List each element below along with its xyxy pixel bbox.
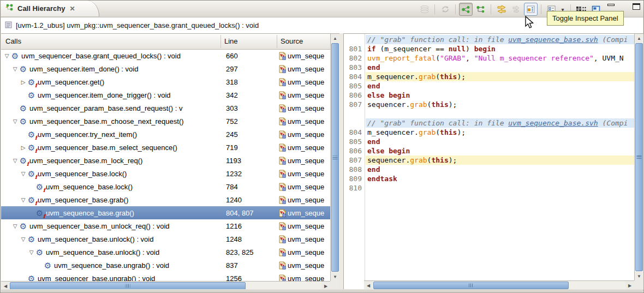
expander-closed-icon[interactable]: ▷ [20, 145, 27, 151]
tree-row[interactable]: ⚙uvm_sequence_base.ungrab() : void837uvm… [1, 259, 330, 272]
source-cell: uvm_seque [279, 180, 330, 193]
code-line[interactable]: 806else begin [344, 91, 634, 100]
source-file-link[interactable]: uvm_sequence_base.svh [508, 119, 598, 127]
calls-cell: ⚙fuvm_sequencer.try_next_item() [1, 128, 220, 141]
source-file-label: uvm_seque [288, 91, 324, 99]
code-line[interactable]: 808end [344, 165, 634, 174]
tree-hscroll-thumb[interactable] [10, 282, 246, 290]
column-divider[interactable] [220, 35, 221, 48]
code-line[interactable]: 806else begin [344, 146, 634, 156]
tree-row[interactable]: ▽⚙fuvm_sequencer_base.lock()1232uvm_sequ… [1, 167, 330, 180]
scroll-up-icon[interactable]: ▲ [331, 34, 339, 43]
expander-open-icon[interactable]: ▽ [28, 249, 35, 255]
code-vscroll-thumb[interactable] [635, 43, 643, 271]
inspect-panel-icon[interactable] [524, 3, 538, 16]
tree-row-selected[interactable]: ⚙fuvm_sequence_base.grab()804, 807uvm_se… [1, 206, 330, 219]
expander-open-icon[interactable]: ▽ [11, 223, 19, 229]
column-calls[interactable]: Calls [5, 37, 21, 45]
tree-vertical-scrollbar[interactable]: ▲ ▼ [330, 34, 339, 281]
code-line[interactable]: 801if (m_sequencer == null) begin [344, 44, 634, 53]
tree-row[interactable]: ▽⚙fuvm_sequencer_base.grab()1240uvm_sequ… [1, 193, 330, 206]
expander-closed-icon[interactable]: ▷ [20, 79, 27, 85]
method-gear-icon: ⚙f [19, 157, 28, 165]
method-gear-icon: ⚙ [19, 117, 28, 125]
panel-splitter[interactable] [339, 33, 343, 290]
code-section-header[interactable]: // "grab" function call: in file uvm_seq… [344, 118, 634, 128]
column-divider[interactable] [277, 35, 277, 48]
tree-row[interactable]: ▽⚙uvm_sequencer_base.m_choose_next_reque… [1, 115, 330, 128]
code-text [366, 109, 634, 118]
line-cell: 342 [226, 88, 276, 101]
tree-row[interactable]: ▽⚙uvm_sequencer_base.unlock() : void1248… [1, 232, 330, 246]
code-line[interactable]: 803end [344, 63, 634, 72]
code-section-header[interactable]: // "grab" function call: in file uvm_seq… [344, 35, 634, 44]
code-line[interactable]: 809endtask [344, 174, 634, 183]
code-line-highlighted[interactable]: 807sequencer.grab(this); [344, 156, 634, 165]
tree-row[interactable]: ▽⚙uvm_sequencer_base.m_unlock_req() : vo… [1, 219, 330, 232]
caller-hierarchy-icon[interactable] [459, 3, 473, 16]
tree-row[interactable]: ▽⚙uvm_sequencer.item_done() : void297uvm… [1, 62, 330, 75]
code-vertical-scrollbar[interactable]: ▲ ▼ [634, 34, 643, 280]
maximize-icon[interactable] [633, 3, 640, 10]
stack-icon[interactable] [418, 3, 431, 16]
tree-row[interactable]: ⚙fuvm_sequencer.try_next_item()245uvm_se… [1, 128, 330, 141]
expander-open-icon[interactable]: ▽ [20, 197, 27, 203]
scroll-down-icon[interactable]: ▼ [635, 272, 643, 280]
code-line-highlighted[interactable]: 804m_sequencer.grab(this); [344, 72, 634, 81]
method-gear-icon: ⚙ [19, 104, 28, 112]
source-file-link[interactable]: uvm_sequence_base.svh [508, 35, 598, 44]
tree-row[interactable]: ▽⚙uvm_sequencer_base.grant_queued_locks(… [1, 49, 330, 62]
tree-vscroll-thumb[interactable] [331, 43, 339, 272]
tree-row[interactable]: ▽⚙fuvm_sequencer_base.m_lock_req()1193uv… [1, 154, 330, 167]
expander-open-icon[interactable]: ▽ [11, 118, 19, 124]
source-file-label: uvm_seque [288, 52, 324, 60]
sv-file-icon [279, 209, 286, 217]
tree-row[interactable]: ▽⚙uvm_sequence_base.unlock() : void823, … [1, 246, 330, 259]
expander-open-icon[interactable]: ▽ [3, 53, 10, 59]
call-label: uvm_sequencer_base.unlock() : void [38, 235, 153, 243]
callee-hierarchy-icon[interactable] [474, 3, 487, 16]
refresh-icon[interactable] [438, 3, 452, 16]
line-number: 801 [344, 44, 362, 53]
double-arrow-icon[interactable] [509, 3, 523, 16]
source-file-label: uvm_seque [288, 78, 324, 86]
sv-file-icon [279, 130, 286, 139]
tree-row[interactable]: ⚙uvm_sequencer_base.ungrab() : void1256u… [1, 272, 330, 281]
tree-row[interactable]: ⚙fuvm_sequence_base.lock()784uvm_seque [1, 180, 330, 193]
line-number: 809 [344, 174, 362, 183]
code-line[interactable]: 807sequencer.grab(this); [344, 100, 634, 109]
tree-row[interactable]: ▷⚙fuvm_sequencer.get()318uvm_seque [1, 75, 330, 88]
close-icon[interactable]: ✕ [69, 5, 75, 13]
tree-row[interactable]: ▷⚙fuvm_sequencer_base.m_select_sequence(… [1, 141, 330, 154]
swap-arrows-icon[interactable] [494, 3, 508, 16]
column-line[interactable]: Line [224, 37, 238, 45]
code-hscroll-thumb[interactable] [373, 282, 569, 289]
line-number: 804 [344, 72, 362, 81]
code-line[interactable]: 805end [344, 81, 634, 91]
expander-open-icon[interactable]: ▽ [11, 158, 19, 164]
scroll-down-icon[interactable]: ▼ [331, 272, 339, 281]
scroll-right-icon[interactable]: ▶ [625, 281, 634, 290]
code-horizontal-scrollbar[interactable]: ◀ ▶ [364, 280, 634, 290]
expander-open-icon[interactable]: ▽ [11, 66, 19, 72]
tree-row[interactable]: ⚙uvm_sequencer_param_base.send_request()… [1, 101, 330, 115]
code-text: // "grab" function call: in file uvm_seq… [366, 35, 634, 44]
calls-cell: ⚙fuvm_sequence_base.grab() [1, 206, 220, 219]
scroll-up-icon[interactable]: ▲ [635, 34, 643, 43]
minimize-icon[interactable] [607, 4, 615, 6]
scroll-left-icon[interactable]: ◀ [364, 281, 373, 290]
code-line[interactable] [344, 109, 634, 118]
code-lines[interactable]: // "grab" function call: in file uvm_seq… [344, 35, 634, 280]
code-line[interactable]: 810 [344, 183, 634, 193]
line-number: 807 [344, 156, 362, 165]
code-line[interactable]: 805end [344, 137, 634, 146]
code-line[interactable]: 802 uvm_report_fatal("GRAB", "Null m_seq… [344, 53, 634, 63]
column-source[interactable]: Source [281, 37, 303, 45]
tree-row[interactable]: ⚙uvm_sequencer.item_done_trigger() : voi… [1, 88, 330, 101]
call-label: uvm_sequencer_base.m_unlock_req() : void [29, 222, 170, 230]
expander-open-icon[interactable]: ▽ [20, 171, 27, 177]
tab-call-hierarchy[interactable]: Call Hierarchy ✕ [1, 1, 99, 17]
source-preview-panel[interactable]: // "grab" function call: in file uvm_seq… [343, 33, 644, 290]
expander-open-icon[interactable]: ▽ [20, 236, 27, 242]
code-line[interactable]: 804m_sequencer.grab(this); [344, 128, 634, 137]
